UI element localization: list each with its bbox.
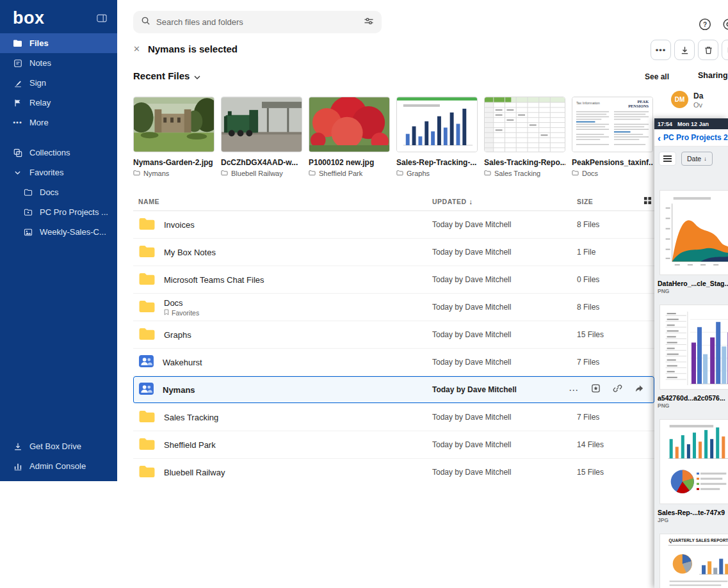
move-button-partial[interactable] [722, 40, 728, 60]
parent-folder-tag[interactable]: Graphs [396, 170, 478, 177]
recent-card-sales-rep-chart[interactable]: Sales-Rep-Tracking-... Graphs [396, 97, 478, 177]
sidebar-item-notes[interactable]: Notes [0, 53, 117, 73]
sidebar-favorite-docs[interactable]: Docs [0, 182, 117, 202]
search-input[interactable] [156, 17, 358, 27]
thumbnail-spreadsheet [484, 97, 565, 152]
file-size: 7 Files [577, 358, 654, 367]
recent-files-row: Nymans-Garden-2.jpg Nymans DcCZhDGX4AAD-… [133, 97, 653, 177]
parent-folder-tag[interactable]: Sales Tracking [484, 170, 565, 177]
parent-folder-tag[interactable]: Sheffield Park [309, 170, 390, 177]
table-row[interactable]: Wakehurst Today by Dave Mitchell 7 Files [133, 349, 654, 376]
sidebar-item-label: Files [29, 38, 49, 48]
phone-file-type: PNG [658, 288, 728, 294]
phone-file-name: a542760d...a2c0576... [658, 394, 728, 402]
file-name: Microsoft Teams Chat Files [164, 275, 264, 285]
sidebar-item-admin-console[interactable]: Admin Console [0, 456, 117, 476]
copy-link-icon[interactable] [613, 384, 622, 396]
folder-icon [138, 327, 156, 343]
table-row[interactable]: Invoices Today by Dave Mitchell 8 Files [133, 211, 654, 239]
file-name: Invoices [164, 220, 195, 230]
updated-by: Today by Dave Mitchell [432, 468, 577, 477]
table-row[interactable]: Graphs Today by Dave Mitchell 15 Files [133, 321, 654, 349]
see-all-link[interactable]: See all [645, 72, 669, 81]
selection-text: Nymans is selected [148, 44, 238, 54]
sidebar-item-collections[interactable]: Collections [0, 143, 117, 163]
chevron-down-icon[interactable] [194, 70, 200, 81]
notes-icon [13, 59, 22, 68]
phone-overlay: 17:54 Mon 12 Jan ‹ PC Pro Projects 2 Dat… [654, 118, 728, 588]
phone-file-card[interactable] [659, 419, 728, 504]
filter-sliders-icon[interactable] [364, 17, 374, 28]
table-row[interactable]: Sheffield Park Today by Dave Mitchell 14… [133, 431, 654, 459]
selected-item-name: Nymans [148, 44, 185, 54]
file-name: Docs [164, 298, 199, 308]
folder-icon [138, 409, 156, 425]
favorite-icon[interactable] [591, 384, 601, 396]
sidebar-favorite-pc-pro-projects[interactable]: PC Pro Projects ... [0, 202, 117, 222]
sidebar-item-files[interactable]: Files [0, 33, 117, 53]
table-row[interactable]: Docs Favorites Today by Dave Mitchell 8 … [133, 294, 654, 321]
more-options-button[interactable]: ••• [651, 40, 671, 60]
parent-folder-tag[interactable]: Bluebell Railway [221, 170, 302, 177]
phone-file-card[interactable]: QUARTERLY SALES REPORT [659, 534, 728, 588]
download-icon [680, 45, 690, 55]
sidebar-collapse-icon[interactable] [97, 14, 107, 22]
table-row[interactable]: Microsoft Teams Chat Files Today by Dave… [133, 266, 654, 294]
sidebar-item-relay[interactable]: Relay [0, 93, 117, 113]
recent-card-sales-tracking-sheet[interactable]: Sales-Tracking-Repo... Sales Tracking [484, 97, 565, 177]
help-icon[interactable]: ? [699, 18, 711, 33]
phone-file-card[interactable] [659, 305, 728, 390]
sidebar-item-more[interactable]: ••• More [0, 113, 117, 132]
table-row[interactable]: Sales Tracking Today by Dave Mitchell 7 … [133, 404, 654, 431]
owner-role: Ov [693, 101, 702, 109]
updated-by: Today by Dave Mitchell [432, 275, 577, 284]
sidebar-item-sign[interactable]: Sign [0, 73, 117, 93]
sidebar-favorite-weekly-sales[interactable]: Weekly-Sales-C... [0, 222, 117, 242]
grid-view-icon[interactable] [643, 196, 652, 206]
phone-date: Mon 12 Jan [677, 121, 709, 127]
delete-button[interactable] [698, 40, 718, 60]
table-row[interactable]: Bluebell Railway Today by Dave Mitchell … [133, 459, 654, 481]
phone-file-type: PNG [658, 402, 728, 409]
file-name: Wakehurst [163, 358, 202, 367]
sidebar-item-label: PC Pro Projects ... [40, 207, 108, 217]
recent-card-nymans-garden[interactable]: Nymans-Garden-2.jpg Nymans [133, 97, 214, 177]
recent-card-peak-pensions-doc[interactable]: Tax InformationPEAKPENSIONS PeakPensions… [572, 97, 653, 177]
phone-file-card[interactable] [659, 190, 728, 275]
folder-outline-icon [572, 170, 579, 177]
column-header-size[interactable]: SIZE [577, 196, 654, 206]
updated-by: Today by Dave Mitchell [432, 358, 577, 367]
gear-icon-partial[interactable] [722, 18, 728, 33]
updated-by: Today by Dave Mitchell [432, 385, 577, 394]
table-row[interactable]: My Box Notes Today by Dave Mitchell 1 Fi… [133, 239, 654, 266]
phone-breadcrumb[interactable]: ‹ PC Pro Projects 2 [654, 129, 728, 147]
download-button[interactable] [674, 40, 695, 60]
file-name: Sales-Rep-Tracking-... [396, 158, 478, 167]
sort-by-date-button[interactable]: Date ↓ [681, 152, 713, 166]
column-header-name[interactable]: NAME [133, 198, 432, 205]
file-name: My Box Notes [164, 248, 216, 257]
thumbnail-bar-chart [396, 97, 478, 152]
sort-desc-icon: ↓ [469, 198, 473, 205]
parent-folder-tag[interactable]: Nymans [133, 170, 214, 177]
phone-file-name: DataHero_...cle_Stag... [658, 280, 728, 287]
phone-file-type: JPG [658, 517, 728, 523]
parent-folder-tag[interactable]: Docs [572, 170, 653, 177]
recent-card-red-tree-photo[interactable]: P1000102 new.jpg Sheffield Park [309, 97, 390, 177]
more-options-icon[interactable]: ⋯ [569, 384, 579, 395]
updated-by: Today by Dave Mitchell [432, 220, 577, 229]
close-icon[interactable]: ✕ [133, 44, 140, 54]
sidebar-item-get-box-drive[interactable]: Get Box Drive [0, 436, 117, 456]
sidebar-footer: Get Box Drive Admin Console [0, 436, 117, 476]
column-header-updated[interactable]: UPDATED↓ [432, 198, 577, 205]
app-screen: box Files Notes Sign Relay • [0, 0, 728, 588]
share-icon[interactable] [635, 384, 644, 396]
avatar[interactable]: DM [671, 91, 688, 108]
table-row-selected[interactable]: Nymans Today by Dave Mitchell ⋯ [133, 376, 654, 404]
sidebar-item-label: Docs [40, 187, 59, 197]
list-view-icon[interactable] [659, 152, 676, 166]
thumbnail-train-photo [221, 97, 302, 152]
recent-card-train-photo[interactable]: DcCZhDGX4AAD-w... Bluebell Railway [221, 97, 302, 177]
folder-outline-icon [23, 189, 33, 196]
sidebar-item-favorites[interactable]: Favorites [0, 163, 117, 182]
